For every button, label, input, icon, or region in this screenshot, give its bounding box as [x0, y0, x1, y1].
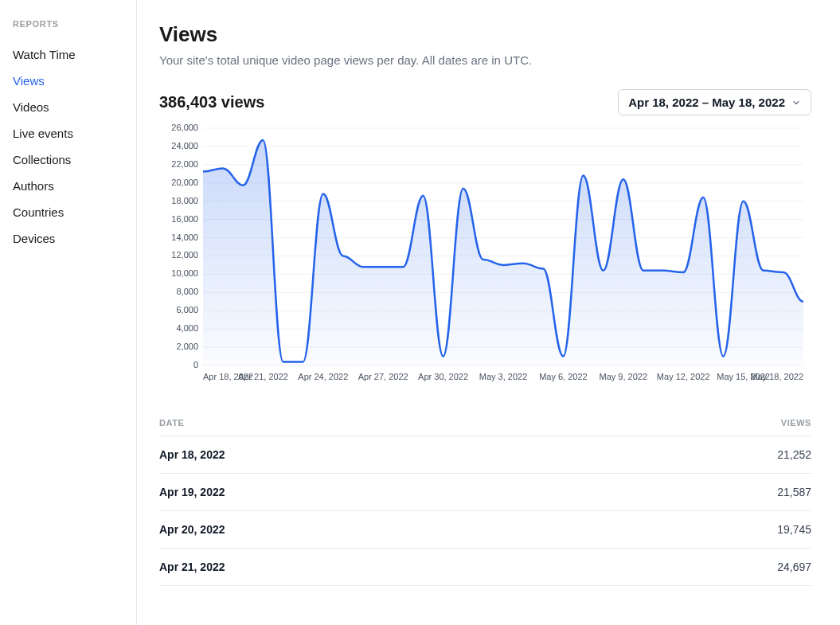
sidebar-item-label: Videos — [13, 100, 49, 114]
sidebar-item-collections[interactable]: Collections — [13, 146, 123, 173]
total-views-count: 386,403 views — [159, 93, 264, 111]
sidebar-heading: REPORTS — [13, 19, 123, 29]
sidebar-item-countries[interactable]: Countries — [13, 199, 123, 225]
svg-text:20,000: 20,000 — [171, 178, 198, 187]
sidebar-item-views[interactable]: Views — [13, 68, 123, 94]
table-header-row: DATE VIEWS — [159, 418, 811, 436]
svg-text:18,000: 18,000 — [171, 196, 198, 205]
sidebar-item-label: Authors — [13, 179, 54, 193]
svg-text:22,000: 22,000 — [171, 159, 198, 169]
svg-text:May 12, 2022: May 12, 2022 — [657, 372, 710, 381]
table-cell-date: Apr 20, 2022 — [159, 523, 225, 536]
svg-text:Apr 21, 2022: Apr 21, 2022 — [238, 372, 288, 381]
page-title: Views — [159, 22, 811, 47]
svg-text:2,000: 2,000 — [176, 342, 198, 351]
svg-text:Apr 27, 2022: Apr 27, 2022 — [358, 372, 408, 381]
table-cell-date: Apr 21, 2022 — [159, 561, 225, 573]
table-row: Apr 21, 202224,697 — [159, 549, 811, 586]
sidebar-item-watch-time[interactable]: Watch Time — [13, 41, 123, 68]
svg-text:8,000: 8,000 — [176, 287, 198, 296]
chevron-down-icon — [791, 98, 801, 107]
views-table: DATE VIEWS Apr 18, 202221,252Apr 19, 202… — [159, 418, 811, 586]
table-header-views: VIEWS — [781, 418, 811, 428]
svg-text:4,000: 4,000 — [176, 323, 198, 333]
views-chart: 02,0004,0006,0008,00010,00012,00014,0001… — [159, 123, 811, 386]
svg-text:Apr 30, 2022: Apr 30, 2022 — [418, 372, 468, 381]
svg-text:24,000: 24,000 — [171, 141, 198, 150]
svg-text:16,000: 16,000 — [171, 214, 198, 224]
sidebar-item-label: Devices — [13, 232, 55, 245]
sidebar-item-videos[interactable]: Videos — [13, 94, 123, 120]
table-row: Apr 20, 202219,745 — [159, 511, 811, 549]
table-header-date: DATE — [159, 418, 184, 428]
sidebar-item-authors[interactable]: Authors — [13, 173, 123, 199]
table-row: Apr 19, 202221,587 — [159, 474, 811, 511]
table-row: Apr 18, 202221,252 — [159, 436, 811, 474]
svg-text:Apr 24, 2022: Apr 24, 2022 — [298, 372, 348, 381]
svg-text:26,000: 26,000 — [171, 123, 198, 132]
sidebar-item-label: Views — [13, 74, 45, 88]
main-content: Views Your site's total unique video pag… — [137, 0, 840, 625]
table-cell-views: 21,252 — [777, 448, 811, 461]
svg-text:0: 0 — [193, 360, 198, 369]
svg-text:14,000: 14,000 — [171, 232, 198, 242]
table-cell-views: 21,587 — [777, 486, 811, 498]
svg-text:6,000: 6,000 — [176, 305, 198, 314]
sidebar-item-label: Countries — [13, 205, 64, 219]
table-cell-date: Apr 19, 2022 — [159, 486, 225, 498]
table-cell-views: 19,745 — [777, 523, 811, 536]
sidebar-item-devices[interactable]: Devices — [13, 225, 123, 252]
sidebar-item-label: Watch Time — [13, 48, 76, 61]
sidebar: REPORTS Watch TimeViewsVideosLive events… — [0, 0, 137, 625]
sidebar-list: Watch TimeViewsVideosLive eventsCollecti… — [13, 41, 123, 252]
table-cell-views: 24,697 — [777, 561, 811, 573]
date-range-label: Apr 18, 2022 – May 18, 2022 — [628, 96, 785, 109]
svg-text:May 18, 2022: May 18, 2022 — [750, 372, 803, 381]
sidebar-item-label: Collections — [13, 153, 71, 166]
page-subtitle: Your site's total unique video page view… — [159, 53, 811, 67]
date-range-picker[interactable]: Apr 18, 2022 – May 18, 2022 — [618, 89, 811, 115]
summary-row: 386,403 views Apr 18, 2022 – May 18, 202… — [159, 89, 811, 115]
sidebar-item-live-events[interactable]: Live events — [13, 120, 123, 146]
svg-text:12,000: 12,000 — [171, 250, 198, 260]
sidebar-item-label: Live events — [13, 127, 73, 140]
svg-text:May  3, 2022: May 3, 2022 — [479, 372, 528, 381]
table-cell-date: Apr 18, 2022 — [159, 448, 225, 461]
svg-text:May  6, 2022: May 6, 2022 — [539, 372, 588, 381]
svg-text:10,000: 10,000 — [171, 268, 198, 278]
svg-text:May  9, 2022: May 9, 2022 — [600, 372, 648, 381]
